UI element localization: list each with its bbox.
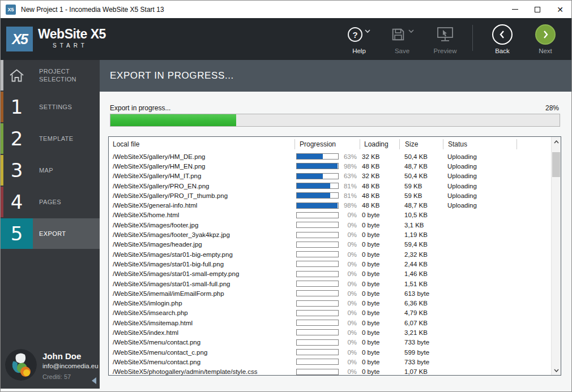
help-label: Help — [352, 48, 366, 54]
loading-cell: 48 KB — [360, 163, 399, 170]
table-row: /WebSiteX5/images/footer.jpg 0% 0 byte 3… — [109, 220, 551, 230]
sidebar-item-export[interactable]: 5 EXPORT — [1, 218, 100, 249]
table-row: /WebSiteX5/gallery/HM_IT.png 63% 32 KB 5… — [109, 171, 551, 181]
sidebar-collapse-arrow[interactable] — [92, 377, 96, 384]
back-icon — [492, 24, 513, 45]
progression-cell: 0% — [294, 251, 360, 258]
column-header-loading[interactable]: Loading — [360, 139, 399, 149]
save-button[interactable]: Save — [381, 23, 424, 57]
export-progress-fill — [110, 114, 236, 126]
size-cell: 2,44 KB — [399, 261, 443, 268]
user-card[interactable]: John Doe info@incomedia.eu Crediti: 57 — [5, 349, 95, 381]
content-area: Export in progress... 28% Local file Pro… — [100, 92, 571, 389]
close-button[interactable]: ✕ — [549, 1, 571, 18]
table-row: /WebSiteX5/menu/contact_c.png 0% 0 byte … — [109, 347, 551, 357]
table-row: /WebSiteX5/imlogin.php 0% 0 byte 6,36 KB — [109, 298, 551, 308]
size-cell: 2,32 KB — [399, 251, 443, 258]
loading-cell: 0 byte — [360, 349, 399, 356]
file-cell: /WebSiteX5/images/star01-big-empty.png — [109, 251, 294, 258]
file-cell: /WebSiteX5/index.html — [109, 329, 294, 336]
file-cell: /WebSiteX5/images/footer_3yak4kpz.jpg — [109, 231, 294, 238]
help-icon: ? — [348, 27, 362, 42]
export-progress-percent: 28% — [545, 104, 559, 112]
table-row: /WebSiteX5/menu/contact.png 0% 0 byte 73… — [109, 338, 551, 347]
scroll-up-icon[interactable] — [552, 137, 561, 147]
size-cell: 1,07 KB — [399, 368, 443, 375]
user-email: info@incomedia.eu — [42, 363, 99, 369]
page-header: EXPORT IN PROGRESS... — [100, 60, 571, 92]
loading-cell: 0 byte — [360, 359, 399, 365]
status-cell: Uploading — [443, 202, 516, 209]
sidebar-item-map[interactable]: 3 MAP — [1, 155, 100, 186]
sidebar-item-pages[interactable]: 4 PAGES — [1, 187, 100, 217]
scroll-down-icon[interactable] — [552, 365, 561, 375]
row-progress-bar — [296, 281, 339, 287]
row-progress-bar — [296, 300, 339, 307]
table-scrollbar[interactable] — [551, 137, 561, 375]
table-row: /WebSiteX5/images/star01-big-empty.png 0… — [109, 249, 551, 259]
back-button[interactable]: Back — [481, 23, 524, 57]
row-progress-pct: 0% — [339, 339, 357, 346]
progression-cell: 0% — [294, 231, 360, 238]
table-row: /WebSiteX5/gallery/HM_EN.png 98% 48 KB 4… — [109, 161, 551, 171]
progression-cell: 0% — [294, 212, 360, 218]
app-header: X5 WebSite X5 START ? Help Save — [1, 18, 571, 60]
size-cell: 733 byte — [399, 339, 443, 346]
size-cell: 6,07 KB — [399, 320, 443, 326]
brand-name: WebSite X5 — [38, 27, 106, 41]
step-number: 4 — [1, 187, 33, 217]
table-row: /WebSiteX5/imsearch.php 0% 0 byte 4,79 K… — [109, 308, 551, 318]
column-header-size[interactable]: Size — [399, 139, 443, 149]
column-header-local-file[interactable]: Local file — [109, 139, 294, 149]
file-cell: /WebSiteX5/images/footer.jpg — [109, 222, 294, 229]
window-title: New Project 1 - Incomedia WebSite X5 Sta… — [21, 6, 164, 14]
sidebar-item-template[interactable]: 2 TEMPLATE — [1, 123, 100, 154]
maximize-button[interactable] — [526, 1, 549, 18]
file-cell: /WebSiteX5/imsitemap.html — [109, 320, 294, 326]
scrollbar-thumb[interactable] — [552, 152, 560, 177]
row-progress-pct: 0% — [339, 290, 357, 297]
row-progress-pct: 0% — [339, 241, 357, 248]
step-number: 5 — [1, 218, 33, 249]
row-progress-bar — [296, 329, 339, 335]
chevron-down-icon — [408, 29, 414, 33]
table-row: /WebSiteX5/imsitemap.html 0% 0 byte 6,07… — [109, 318, 551, 328]
row-progress-bar — [296, 173, 339, 179]
progression-cell: 98% — [294, 202, 360, 209]
progression-cell: 0% — [294, 300, 360, 307]
preview-button[interactable]: Preview — [424, 23, 467, 57]
sidebar: PROJECT SELECTION 1 SETTINGS 2 TEMPLATE … — [1, 60, 100, 389]
column-header-status[interactable]: Status — [443, 139, 516, 149]
status-cell: Uploading — [443, 192, 516, 199]
row-progress-bar — [296, 359, 339, 365]
loading-cell: 48 KB — [360, 183, 399, 189]
row-progress-fill — [297, 203, 338, 208]
row-progress-bar — [296, 349, 339, 355]
file-cell: /WebSiteX5/gallery/HM_IT.png — [109, 173, 294, 179]
loading-cell: 0 byte — [360, 241, 399, 248]
titlebar: X5 New Project 1 - Incomedia WebSite X5 … — [1, 1, 571, 18]
sidebar-item-settings[interactable]: 1 SETTINGS — [1, 92, 100, 122]
step-label: PROJECT SELECTION — [33, 60, 100, 91]
loading-cell: 48 KB — [360, 202, 399, 209]
step-label: PAGES — [33, 187, 100, 217]
sidebar-item-project-selection[interactable]: PROJECT SELECTION — [1, 60, 100, 91]
progression-cell: 0% — [294, 368, 360, 375]
chevron-down-icon — [365, 29, 370, 33]
file-cell: /WebSiteX5/menu/contact.png — [109, 339, 294, 346]
step-color-strip — [1, 123, 3, 154]
file-cell: /WebSiteX5/home.html — [109, 212, 294, 218]
file-cell: /WebSiteX5/gallery/HM_DE.png — [109, 153, 294, 160]
status-cell: Uploading — [443, 183, 516, 189]
help-button[interactable]: ? Help — [338, 23, 381, 57]
next-button[interactable]: Next — [524, 23, 567, 57]
progression-cell: 63% — [294, 153, 360, 160]
file-cell: /WebSiteX5/imsearch.php — [109, 309, 294, 316]
table-row: /WebSiteX5/gallery/PRO_EN.png 81% 48 KB … — [109, 181, 551, 191]
minimize-button[interactable] — [503, 1, 526, 18]
user-name: John Doe — [42, 351, 99, 361]
progression-cell: 0% — [294, 329, 360, 336]
column-header-progression[interactable]: Progression — [294, 139, 360, 149]
row-progress-fill — [297, 183, 330, 188]
row-progress-bar — [296, 271, 339, 277]
